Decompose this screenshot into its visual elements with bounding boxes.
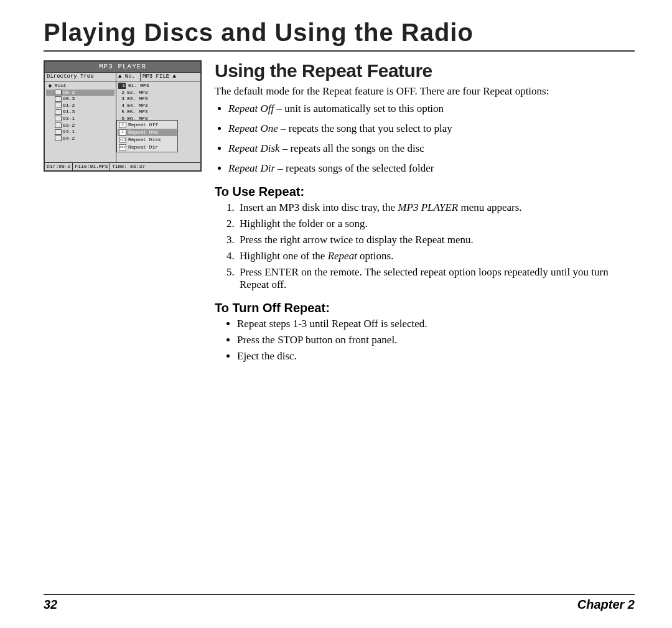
list-item: Repeat One – repeats the song that you s… (228, 122, 635, 135)
repeat-menu-item: dirRepeat Dir (118, 144, 177, 151)
list-item: Repeat steps 1-3 until Repeat Off is sel… (237, 318, 635, 330)
list-item: Press the STOP button on front panel. (237, 334, 635, 346)
status-time: Time: 03:37 (110, 163, 200, 170)
tree-item: 91-3 (46, 109, 114, 116)
mp3-file-list: 101. MP3 202. MP3 303. MP3 404. MP3 505.… (116, 81, 200, 162)
file-row: 505. MP3 (118, 109, 198, 115)
mp3-header-file: MP3 FILE ▲ (141, 73, 200, 81)
tree-item: 94-2 (46, 136, 114, 142)
turn-off-repeat-steps: Repeat steps 1-3 until Repeat Off is sel… (215, 318, 635, 362)
tree-item: 94-1 (46, 129, 114, 136)
mp3-directory-tree: ◉ Root 90-2 90-3 91-2 91-3 93-1 93-2 94-… (45, 81, 116, 162)
chapter-label: Chapter 2 (577, 598, 635, 612)
list-item: Press ENTER on the remote. The selected … (237, 266, 635, 291)
status-dir: Dir:90-2 (45, 163, 73, 170)
title-rule (44, 50, 635, 52)
section-title: Using the Repeat Feature (215, 60, 635, 81)
mp3-header-no: ▲ No. (116, 73, 141, 81)
tree-item: 90-2 (46, 90, 114, 96)
mp3-player-screenshot: MP3 PLAYER Directory Tree ▲ No. MP3 FILE… (44, 60, 202, 172)
repeat-menu-item: XRepeat Off (118, 121, 177, 129)
repeat-menu-item: 1Repeat One (118, 129, 177, 136)
lead-paragraph: The default mode for the Repeat feature … (215, 85, 635, 98)
file-row: 303. MP3 (118, 96, 198, 102)
list-item: Highlight one of the Repeat options. (237, 250, 635, 262)
tree-root: ◉ Root (46, 83, 114, 90)
list-item: Repeat Off – unit is automatically set t… (228, 103, 635, 115)
file-row: 404. MP3 (118, 103, 198, 109)
tree-item: 90-3 (46, 96, 114, 103)
chapter-title: Playing Discs and Using the Radio (44, 19, 635, 47)
use-repeat-steps: Insert an MP3 disk into disc tray, the M… (215, 201, 635, 291)
file-row: 202. MP3 (118, 90, 198, 96)
page-number: 32 (44, 598, 57, 612)
repeat-options-list: Repeat Off – unit is automatically set t… (215, 103, 635, 175)
file-row: 101. MP3 (118, 83, 198, 89)
repeat-popup-menu: XRepeat Off 1Repeat One allRepeat Disk d… (116, 120, 178, 152)
subheading-turn-off-repeat: To Turn Off Repeat: (215, 301, 635, 315)
mp3-window-title: MP3 PLAYER (45, 62, 200, 73)
list-item: Insert an MP3 disk into disc tray, the M… (237, 201, 635, 214)
list-item: Highlight the folder or a song. (237, 218, 635, 230)
tree-item: 93-1 (46, 116, 114, 122)
subheading-use-repeat: To Use Repeat: (215, 185, 635, 199)
list-item: Repeat Disk – repeats all the songs on t… (228, 142, 635, 155)
list-item: Eject the disc. (237, 350, 635, 362)
list-item: Press the right arrow twice to display t… (237, 234, 635, 246)
tree-item: 93-2 (46, 122, 114, 129)
repeat-menu-item: allRepeat Disk (118, 136, 177, 144)
status-file: File:01.MP3 (73, 163, 110, 170)
mp3-status-bar: Dir:90-2 File:01.MP3 Time: 03:37 (45, 162, 200, 170)
page-footer: 32 Chapter 2 (44, 594, 635, 612)
list-item: Repeat Dir – repeats songs of the select… (228, 162, 635, 175)
mp3-header-tree: Directory Tree (45, 73, 116, 81)
tree-item: 91-2 (46, 103, 114, 109)
